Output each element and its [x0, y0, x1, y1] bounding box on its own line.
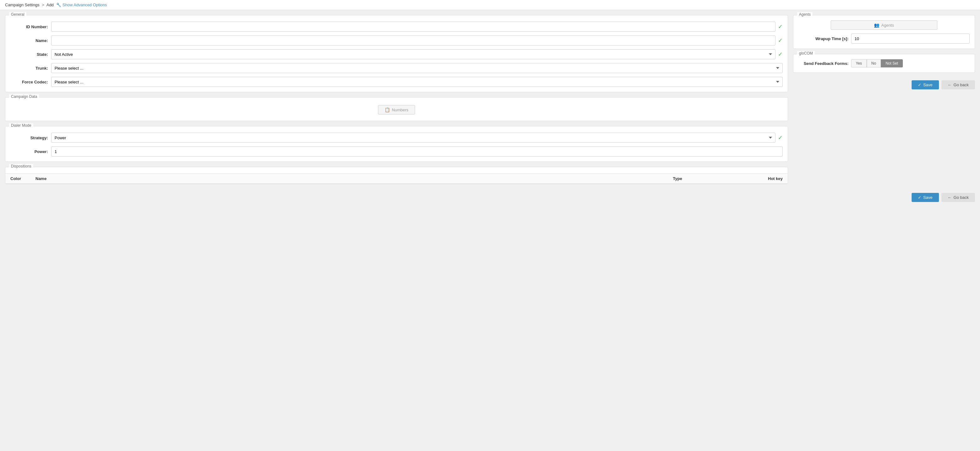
force-codec-row: Force Codec: Please select ... — [10, 77, 783, 87]
breadcrumb-root: Campaign Settings — [5, 3, 40, 7]
feedback-row: Send Feedback Forms: Yes No Not Set — [799, 59, 970, 67]
wrapup-input[interactable] — [851, 33, 970, 44]
strategy-select[interactable]: Power Progressive Predictive — [51, 133, 775, 143]
feedback-notset-button[interactable]: Not Set — [881, 59, 903, 67]
campaign-data-inner: 📋 Numbers — [5, 97, 788, 121]
agents-inner: 👥 Agents Wrapup Time [s]: — [793, 15, 975, 49]
glocom-section: gloCOM Send Feedback Forms: Yes No Not S… — [793, 54, 975, 73]
feedback-btn-group: Yes No Not Set — [851, 59, 903, 67]
action-buttons-top: ✓ Save ← Go back — [793, 78, 975, 92]
glocom-title: gloCOM — [797, 51, 815, 56]
save-button-top[interactable]: ✓ Save — [912, 80, 939, 89]
dialer-mode-title: Dialer Mode — [9, 123, 33, 128]
id-number-row: ID Number: ✓ — [10, 22, 783, 32]
force-codec-select[interactable]: Please select ... — [51, 77, 783, 87]
trunk-select[interactable]: Please select ... — [51, 63, 783, 73]
general-inner: ID Number: ✓ Name: ✓ State: — [5, 15, 788, 92]
numbers-label: Numbers — [392, 108, 409, 112]
save-check-icon-top: ✓ — [918, 83, 921, 87]
agents-button[interactable]: 👥 Agents — [830, 21, 937, 30]
goback-label-bottom: Go back — [954, 195, 969, 200]
agents-title: Agents — [797, 12, 813, 17]
breadcrumb-current: Add — [46, 3, 54, 7]
strategy-row: Strategy: Power Progressive Predictive ✓ — [10, 133, 783, 143]
feedback-no-button[interactable]: No — [867, 59, 881, 67]
power-wrap — [51, 146, 783, 157]
goback-button-top[interactable]: ← Go back — [942, 80, 975, 89]
name-wrap: ✓ — [51, 35, 783, 46]
campaign-data-title: Campaign Data — [9, 94, 39, 99]
numbers-icon: 📋 — [385, 107, 390, 112]
save-check-icon-bottom: ✓ — [918, 195, 921, 200]
save-button-bottom[interactable]: ✓ Save — [912, 193, 939, 202]
force-codec-label: Force Codec: — [10, 79, 51, 84]
name-row: Name: ✓ — [10, 35, 783, 46]
agents-section: Agents 👥 Agents Wrapup Time [s]: — [793, 15, 975, 49]
top-bar: Campaign Settings > Add 🔧 Show Advanced … — [0, 0, 980, 10]
state-row: State: Not Active Active ✓ — [10, 49, 783, 59]
save-label-top: Save — [923, 83, 932, 87]
disp-col-name-header: Name — [35, 176, 673, 181]
id-number-wrap: ✓ — [51, 22, 783, 32]
goback-arrow-icon-bottom: ← — [948, 195, 952, 200]
goback-button-bottom[interactable]: ← Go back — [942, 193, 975, 202]
general-section: General ID Number: ✓ Name: ✓ — [5, 15, 788, 92]
advanced-options-label: Show Advanced Options — [62, 3, 107, 7]
trunk-label: Trunk: — [10, 66, 51, 71]
name-input[interactable] — [51, 35, 775, 46]
feedback-yes-button[interactable]: Yes — [851, 59, 867, 67]
glocom-inner: Send Feedback Forms: Yes No Not Set — [793, 54, 975, 73]
bottom-action-bar: ✓ Save ← Go back — [0, 189, 980, 206]
agents-button-label: Agents — [881, 23, 894, 28]
dispositions-header: Color Name Type Hot key — [5, 173, 788, 184]
name-label: Name: — [10, 38, 51, 43]
goback-arrow-icon-top: ← — [948, 83, 952, 87]
page-content: General ID Number: ✓ Name: ✓ — [0, 10, 980, 189]
state-check-icon: ✓ — [778, 51, 783, 58]
goback-label-top: Go back — [954, 83, 969, 87]
id-number-input[interactable] — [51, 22, 775, 32]
power-row: Power: — [10, 146, 783, 157]
disp-col-color-header: Color — [10, 176, 35, 181]
trunk-wrap: Please select ... — [51, 63, 783, 73]
strategy-label: Strategy: — [10, 135, 51, 140]
state-label: State: — [10, 52, 51, 57]
power-input[interactable] — [51, 146, 783, 157]
dispositions-inner: Color Name Type Hot key — [5, 167, 788, 184]
wrapup-label: Wrapup Time [s]: — [799, 37, 848, 41]
dialer-mode-section: Dialer Mode Strategy: Power Progressive … — [5, 126, 788, 162]
wrench-icon: 🔧 — [56, 3, 61, 7]
strategy-wrap: Power Progressive Predictive ✓ — [51, 133, 783, 143]
agents-icon: 👥 — [874, 22, 879, 28]
power-label: Power: — [10, 149, 51, 154]
dispositions-section: Dispositions Color Name Type Hot key — [5, 167, 788, 184]
trunk-row: Trunk: Please select ... — [10, 63, 783, 73]
right-column: Agents 👥 Agents Wrapup Time [s]: gloCOM … — [793, 15, 975, 184]
wrapup-row: Wrapup Time [s]: — [799, 33, 970, 44]
save-label-bottom: Save — [923, 195, 932, 200]
left-column: General ID Number: ✓ Name: ✓ — [5, 15, 788, 184]
breadcrumb-arrow: > — [42, 3, 44, 7]
numbers-button[interactable]: 📋 Numbers — [378, 105, 415, 114]
feedback-label: Send Feedback Forms: — [799, 61, 848, 66]
id-number-label: ID Number: — [10, 24, 51, 29]
id-number-check-icon: ✓ — [778, 23, 783, 30]
campaign-data-section: Campaign Data 📋 Numbers — [5, 97, 788, 121]
dispositions-title: Dispositions — [9, 164, 33, 168]
disp-col-hotkey-header: Hot key — [736, 176, 783, 181]
name-check-icon: ✓ — [778, 37, 783, 44]
dialer-mode-inner: Strategy: Power Progressive Predictive ✓… — [5, 126, 788, 162]
disp-col-type-header: Type — [673, 176, 736, 181]
force-codec-wrap: Please select ... — [51, 77, 783, 87]
state-wrap: Not Active Active ✓ — [51, 49, 783, 59]
advanced-options-link[interactable]: 🔧 Show Advanced Options — [56, 3, 107, 7]
general-title: General — [9, 12, 26, 17]
state-select[interactable]: Not Active Active — [51, 49, 775, 59]
breadcrumb: Campaign Settings > Add — [5, 3, 54, 7]
strategy-check-icon: ✓ — [778, 134, 783, 141]
